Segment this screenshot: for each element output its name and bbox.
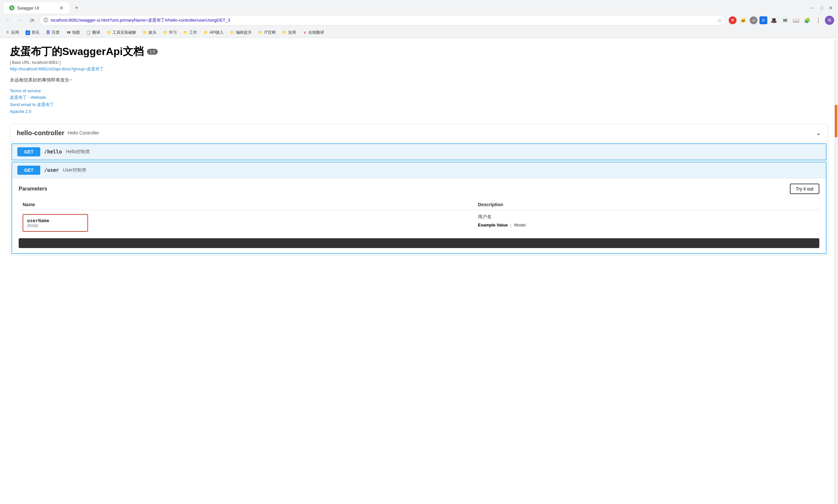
apps-icon: ⠿	[5, 31, 10, 35]
version-badge: 1.0	[147, 49, 158, 55]
bookmark-baidu[interactable]: 百 百度	[43, 29, 62, 36]
website-link[interactable]: 皮蛋布丁 - Website	[10, 94, 828, 101]
try-it-out-button[interactable]: Try it out	[790, 184, 819, 194]
active-tab[interactable]: S Swagger UI ✕	[4, 2, 69, 14]
bookmark-api[interactable]: 📁 API接入	[201, 29, 226, 36]
endpoint-hello-path: /hello	[44, 149, 62, 155]
extension-icon-6[interactable]: ✉	[780, 16, 789, 25]
minimize-button[interactable]: ─	[809, 4, 816, 11]
user-avatar[interactable]: 琦	[825, 16, 834, 25]
browser-chrome: S Swagger UI ✕ + ─ □ ✕ ← → ⟳ ⓘ localhost…	[0, 0, 838, 38]
bookmark-news[interactable]: G 资讯	[23, 29, 42, 36]
links-section: Terms of service 皮蛋布丁 - Website Send ema…	[10, 88, 828, 114]
tab-close-button[interactable]: ✕	[58, 5, 64, 11]
bookmark-learning[interactable]: 📁 学习	[160, 29, 179, 36]
param-location: (body)	[27, 223, 84, 228]
example-value-tabs: Example Value | Model	[478, 222, 816, 228]
new-tab-button[interactable]: +	[72, 3, 81, 13]
param-name-cell: userName (body)	[19, 210, 474, 236]
tab-separator: |	[510, 222, 511, 228]
address-box[interactable]: ⓘ localhost:8081/swagger-ui.html?urls.pr…	[39, 15, 726, 25]
terms-of-service-link[interactable]: Terms of service	[10, 88, 828, 93]
toolbar-icons: ✕ 🐱 ⊙ B 🎩 ✉ 📖 🧩 ⋮ 琦	[729, 16, 834, 25]
code-area	[19, 238, 819, 248]
address-bar-row: ← → ⟳ ⓘ localhost:8081/swagger-ui.html?u…	[0, 13, 838, 28]
extension-icon-9[interactable]: ⋮	[814, 16, 823, 25]
maximize-button[interactable]: □	[818, 4, 825, 11]
work-icon: 📁	[183, 31, 188, 35]
controller-description: Hello Controller	[68, 130, 99, 136]
extension-icon-7[interactable]: 📖	[791, 16, 801, 25]
endpoint-user-header[interactable]: GET /user User控制类	[12, 162, 826, 178]
params-header: Parameters Try it out	[19, 184, 819, 194]
bookmark-translate[interactable]: 📋 翻译	[84, 29, 103, 36]
bookmark-practical[interactable]: 📁 实用	[280, 29, 299, 36]
email-link[interactable]: Send email to 皮蛋布丁	[10, 102, 828, 108]
bookmark-entertainment[interactable]: 📁 娱乐	[140, 29, 159, 36]
scrollbar-thumb[interactable]	[835, 105, 837, 138]
tab-favicon: S	[9, 5, 14, 11]
bookmark-maps[interactable]: 🗺 地图	[64, 29, 83, 36]
back-button[interactable]: ←	[4, 16, 13, 25]
scrollbar[interactable]	[834, 39, 838, 267]
get-method-badge: GET	[17, 147, 40, 157]
chevron-down-icon: ⌄	[816, 129, 821, 137]
extension-icon-4[interactable]: B	[760, 16, 767, 24]
parameters-panel: Parameters Try it out Name Description	[12, 178, 826, 253]
params-table-head: Name Description	[19, 199, 819, 210]
coding-icon: 📁	[230, 31, 235, 35]
url-text: localhost:8081/swagger-ui.html?urls.prim…	[51, 17, 715, 23]
tab-title: Swagger UI	[17, 5, 56, 11]
tab-bar: S Swagger UI ✕ +	[4, 2, 81, 14]
page-description: 永远相信美好的事情即将发生~	[10, 77, 828, 83]
model-tab[interactable]: Model	[514, 222, 526, 228]
bookmark-coding[interactable]: 📁 编程提升	[228, 29, 254, 36]
practical-icon: 📁	[282, 31, 287, 35]
extension-icon-3[interactable]: ⊙	[750, 16, 757, 24]
swagger-title: 皮蛋布丁的SwaggerApi文档 1.0	[10, 44, 828, 59]
bookmarks-bar: ⠿ 应用 G 资讯 百 百度 🗺 地图 📋 翻译 📁 工具安装破解 📁 娱乐 📁	[0, 28, 838, 38]
param-name-wrapper: userName (body)	[22, 214, 88, 232]
license-link[interactable]: Apache 2.0	[10, 109, 828, 114]
param-description-cell: 用户名 Example Value | Model	[474, 210, 819, 236]
params-table-header-row: Name Description	[19, 199, 819, 210]
api-docs-link[interactable]: http://localhost:8081/v2/api-docs?group=…	[10, 67, 104, 71]
endpoint-hello-header[interactable]: GET /hello Hello控制类	[12, 144, 826, 160]
get-method-badge-user: GET	[17, 166, 40, 175]
tools-icon: 📁	[107, 31, 111, 35]
bookmark-it[interactable]: 📁 IT官网	[256, 29, 278, 36]
bookmark-tools[interactable]: 📁 工具安装破解	[104, 29, 139, 36]
extension-icon-8[interactable]: 🧩	[803, 16, 812, 25]
extension-icon-5[interactable]: 🎩	[769, 16, 779, 25]
params-table: Name Description userName (body)	[19, 199, 819, 236]
translate-icon: 📋	[86, 31, 91, 35]
example-value-tab[interactable]: Example Value	[478, 222, 508, 228]
endpoint-hello[interactable]: GET /hello Hello控制类	[12, 143, 826, 160]
it-icon: 📁	[258, 31, 263, 35]
params-title: Parameters	[19, 186, 47, 192]
bookmark-star-icon[interactable]: ☆	[717, 17, 722, 23]
extension-icon-1[interactable]: ✕	[729, 16, 736, 24]
param-description: 用户名	[478, 214, 816, 220]
close-button[interactable]: ✕	[827, 4, 834, 11]
refresh-button[interactable]: ⟳	[28, 16, 37, 25]
learning-icon: 📁	[163, 31, 167, 35]
controller-name: hello-controller	[17, 129, 65, 137]
description-column-header: Description	[474, 199, 819, 210]
controller-header[interactable]: hello-controller Hello Controller ⌄	[10, 124, 828, 142]
title-bar: S Swagger UI ✕ + ─ □ ✕	[0, 0, 838, 13]
entertainment-icon: 📁	[143, 31, 147, 35]
params-table-body: userName (body) 用户名 Example Value | Mode…	[19, 210, 819, 236]
endpoint-hello-summary: Hello控制类	[66, 149, 90, 155]
extension-icon-2[interactable]: 🐱	[738, 16, 748, 25]
lock-icon: ⓘ	[43, 17, 48, 23]
bookmark-apps[interactable]: ⠿ 应用	[3, 29, 22, 36]
bookmark-online-translate[interactable]: Y 在线翻译	[300, 29, 327, 36]
endpoint-user[interactable]: GET /user User控制类 Parameters Try it out …	[12, 162, 826, 254]
endpoint-user-path: /user	[44, 167, 59, 173]
bookmark-work[interactable]: 📁 工作	[181, 29, 200, 36]
page-content: 皮蛋布丁的SwaggerApi文档 1.0 [ Base URL: localh…	[0, 38, 838, 267]
forward-button[interactable]: →	[16, 16, 25, 25]
table-row: userName (body) 用户名 Example Value | Mode…	[19, 210, 819, 236]
controller-section: hello-controller Hello Controller ⌄ GET …	[10, 124, 828, 256]
